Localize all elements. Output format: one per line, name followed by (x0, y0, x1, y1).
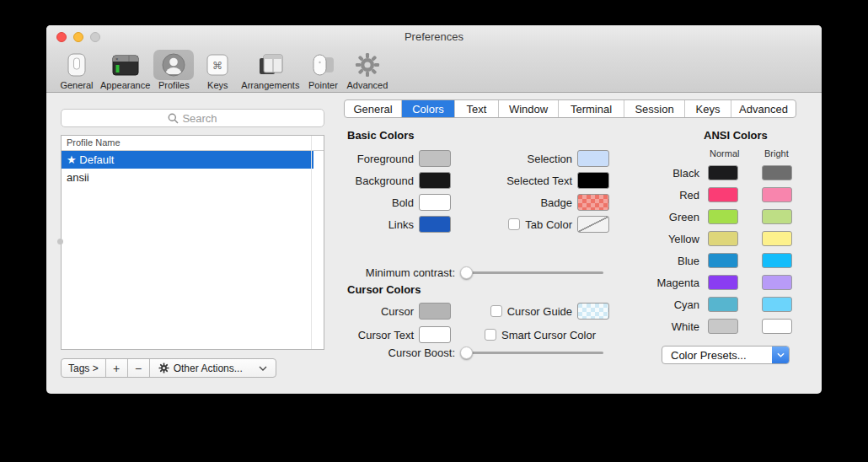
dropdown-cap (772, 346, 789, 363)
tab-advanced[interactable]: Advanced (731, 100, 796, 117)
ansi-white-bright-well[interactable] (762, 319, 792, 334)
selected-text-label: Selected Text (454, 175, 572, 187)
command-key-icon: ⌘ (197, 50, 238, 80)
bright-column-label: Bright (764, 148, 789, 158)
ansi-red-bright-well[interactable] (762, 187, 792, 202)
color-presets-dropdown[interactable]: Color Presets... (662, 346, 790, 364)
cursor-colors-heading: Cursor Colors (347, 283, 421, 296)
ansi-blue-bright-well[interactable] (762, 253, 792, 268)
cursor-label: Cursor (308, 305, 414, 318)
ansi-magenta-bright-well[interactable] (762, 275, 792, 290)
ansi-green-normal-well[interactable] (708, 209, 738, 224)
tab-session[interactable]: Session (624, 100, 685, 117)
toolbar-item-keys[interactable]: ⌘ Keys (197, 50, 238, 90)
ansi-black-bright-well[interactable] (762, 165, 792, 180)
cursor-boost-label: Cursor Boost: (347, 346, 455, 359)
tab-terminal[interactable]: Terminal (559, 100, 624, 117)
toolbar-item-arrangements[interactable]: Arrangements (241, 50, 299, 90)
chevron-down-icon (777, 352, 785, 357)
tab-color-label: Tab Color (525, 218, 572, 231)
other-actions-menu[interactable]: Other Actions... (150, 359, 276, 377)
slider-knob[interactable] (460, 266, 473, 279)
cursor-guide-color-well[interactable] (577, 303, 609, 320)
cursor-text-color-well[interactable] (419, 326, 451, 343)
toolbar-item-advanced[interactable]: Advanced (346, 50, 388, 90)
ansi-cyan-bright-well[interactable] (762, 297, 792, 312)
profile-list-header[interactable]: Profile Name (62, 136, 324, 151)
cursor-guide-checkbox[interactable] (490, 305, 502, 317)
preferences-toolbar: General × Appearance Profiles ⌘ Keys Arr… (46, 48, 822, 93)
foreground-label: Foreground (308, 153, 414, 165)
ansi-row-white: White (628, 319, 792, 334)
selection-color-well[interactable] (577, 150, 609, 167)
badge-label: Badge (454, 196, 572, 209)
add-profile-button[interactable]: + (106, 359, 128, 377)
cursor-color-well[interactable] (419, 303, 451, 320)
profile-actions-bar: Tags > + − Other Actions... (61, 358, 276, 378)
slider-knob[interactable] (460, 346, 473, 359)
normal-column-label: Normal (710, 148, 739, 158)
ansi-magenta-normal-well[interactable] (708, 275, 738, 290)
ansi-black-normal-well[interactable] (708, 165, 738, 180)
minimum-contrast-label: Minimum contrast: (347, 266, 455, 279)
title-bar: Preferences (46, 25, 822, 48)
profile-list: Profile Name ★ Default ansii (61, 135, 324, 350)
ansi-green-bright-well[interactable] (762, 209, 792, 224)
ansi-yellow-bright-well[interactable] (762, 231, 792, 246)
tags-button[interactable]: Tags > (62, 359, 106, 377)
tab-general[interactable]: General (345, 100, 402, 117)
tab-color-checkbox[interactable] (508, 218, 520, 230)
minimum-contrast-slider[interactable] (462, 271, 603, 274)
cursor-guide-label: Cursor Guide (507, 305, 572, 318)
bold-label: Bold (308, 196, 414, 209)
chevron-down-icon (259, 366, 267, 371)
basic-colors-heading: Basic Colors (347, 129, 414, 142)
toolbar-item-pointer[interactable]: Pointer (303, 50, 343, 90)
badge-color-well[interactable] (577, 194, 609, 211)
ansi-row-blue: Blue (628, 253, 792, 268)
remove-profile-button[interactable]: − (128, 359, 150, 377)
tab-color-well[interactable] (577, 216, 609, 233)
person-icon (153, 50, 194, 80)
tab-window[interactable]: Window (499, 100, 559, 117)
ansi-row-black: Black (628, 165, 792, 180)
ansi-white-normal-well[interactable] (708, 319, 738, 334)
links-color-well[interactable] (419, 216, 451, 233)
search-input[interactable]: Search (61, 109, 324, 127)
profile-row-ansii[interactable]: ansii (62, 169, 313, 186)
profile-tabs: General Colors Text Window Terminal Sess… (344, 99, 796, 118)
ansi-row-green: Green (628, 209, 792, 224)
smart-cursor-color-label: Smart Cursor Color (501, 329, 596, 341)
smart-cursor-color-checkbox[interactable] (485, 329, 496, 341)
toolbar-item-general[interactable]: General (56, 50, 97, 90)
tab-colors[interactable]: Colors (402, 100, 455, 117)
bold-color-well[interactable] (419, 194, 451, 211)
cursor-text-label: Cursor Text (308, 329, 414, 341)
selection-label: Selection (454, 153, 572, 165)
ansi-row-magenta: Magenta (628, 275, 792, 290)
toggle-switch-icon (56, 50, 97, 80)
ansi-row-cyan: Cyan (628, 297, 792, 312)
profile-row-default[interactable]: ★ Default (62, 151, 313, 169)
terminal-window-icon: × (105, 50, 146, 80)
background-label: Background (308, 175, 414, 187)
tab-text[interactable]: Text (455, 100, 499, 117)
ansi-row-red: Red (628, 187, 792, 202)
ansi-red-normal-well[interactable] (708, 187, 738, 202)
selected-text-color-well[interactable] (577, 172, 609, 189)
foreground-color-well[interactable] (419, 150, 451, 167)
cursor-boost-slider[interactable] (462, 352, 603, 354)
gear-icon (158, 363, 169, 373)
ansi-blue-normal-well[interactable] (708, 253, 738, 268)
ansi-row-yellow: Yellow (628, 231, 792, 246)
toolbar-item-profiles[interactable]: Profiles (153, 50, 194, 90)
links-label: Links (308, 218, 414, 231)
toolbar-item-appearance[interactable]: × Appearance (100, 50, 150, 90)
mouse-icon (303, 50, 343, 80)
splitter-dot[interactable] (57, 239, 63, 244)
ansi-yellow-normal-well[interactable] (708, 231, 738, 246)
search-placeholder: Search (182, 112, 217, 125)
ansi-cyan-normal-well[interactable] (708, 297, 738, 312)
background-color-well[interactable] (419, 172, 451, 189)
tab-keys[interactable]: Keys (685, 100, 731, 117)
